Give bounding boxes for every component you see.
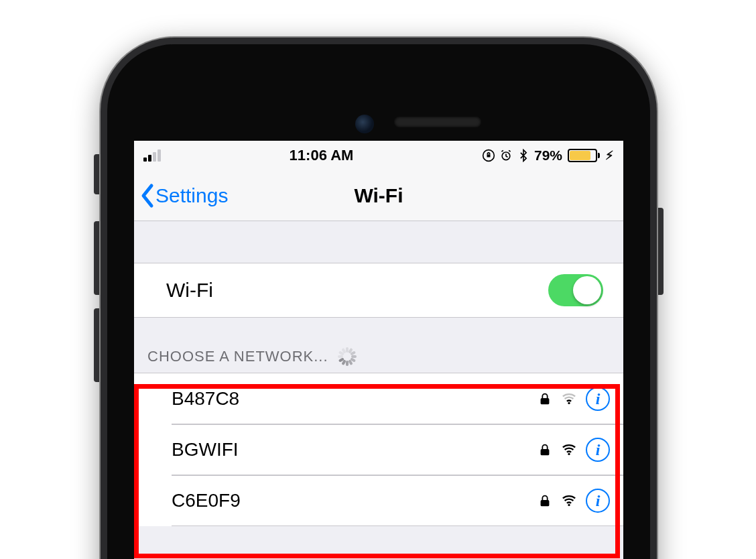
network-info-button[interactable]: i xyxy=(586,489,610,513)
network-name: BGWIFI xyxy=(172,439,538,460)
svg-point-6 xyxy=(568,453,570,455)
status-bar: 11:06 AM 79% ⚡︎ xyxy=(134,141,623,170)
network-row[interactable]: BGWIFI i xyxy=(134,424,623,475)
svg-point-8 xyxy=(568,504,570,506)
network-row[interactable]: C6E0F9 i xyxy=(134,475,623,526)
battery-icon xyxy=(566,149,600,162)
svg-rect-7 xyxy=(541,500,550,506)
network-info-button[interactable]: i xyxy=(586,387,610,411)
network-row[interactable]: B487C8 i xyxy=(134,373,623,424)
network-list: B487C8 i BGWIFI xyxy=(134,373,623,526)
choose-network-header: CHOOSE A NETWORK... xyxy=(134,318,623,373)
charging-icon: ⚡︎ xyxy=(605,148,614,163)
battery-percent: 79% xyxy=(534,147,562,164)
earpiece-speaker xyxy=(394,117,481,127)
loading-spinner-icon xyxy=(338,347,357,366)
back-button[interactable]: Settings xyxy=(139,183,228,208)
svg-rect-5 xyxy=(541,449,550,455)
svg-point-4 xyxy=(568,402,570,404)
lock-icon xyxy=(538,493,552,508)
wifi-toggle-row: Wi-Fi xyxy=(134,263,623,318)
lock-icon xyxy=(538,442,552,457)
wifi-toggle[interactable] xyxy=(548,274,603,306)
lock-icon xyxy=(538,391,552,406)
screen: 11:06 AM 79% ⚡︎ xyxy=(134,141,623,559)
section-header-label: CHOOSE A NETWORK... xyxy=(147,348,328,365)
orientation-lock-icon xyxy=(482,149,495,162)
chevron-left-icon xyxy=(139,183,155,208)
svg-rect-1 xyxy=(487,154,490,157)
wifi-signal-icon xyxy=(562,391,576,406)
front-camera xyxy=(355,115,374,133)
status-time: 11:06 AM xyxy=(290,147,354,164)
svg-rect-3 xyxy=(541,398,550,404)
network-name: B487C8 xyxy=(172,388,538,410)
alarm-icon xyxy=(499,149,513,162)
cell-signal-icon xyxy=(143,149,161,162)
wifi-signal-icon xyxy=(562,442,576,457)
back-label: Settings xyxy=(155,184,228,207)
nav-bar: Settings Wi-Fi xyxy=(134,170,623,221)
wifi-signal-icon xyxy=(562,493,576,508)
bluetooth-icon xyxy=(517,149,530,162)
wifi-toggle-label: Wi-Fi xyxy=(166,279,548,302)
network-info-button[interactable]: i xyxy=(586,438,610,462)
network-name: C6E0F9 xyxy=(172,490,538,511)
